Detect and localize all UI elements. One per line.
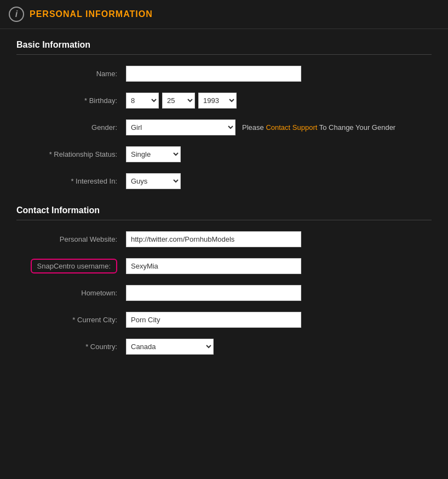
gender-row: Gender: Girl Boy Trans Woman Trans Man N… [16, 119, 432, 135]
birthday-day-select[interactable]: 12345 678910 1112131415 1617181920 21222… [162, 93, 195, 109]
country-select[interactable]: Canada United States United Kingdom Aust… [126, 339, 214, 355]
website-label: Personal Website: [16, 235, 126, 243]
hometown-label: Hometown: [16, 289, 126, 297]
page-title: PERSONAL INFORMATION [30, 9, 153, 19]
hometown-input[interactable] [126, 285, 301, 301]
name-row: Name: [16, 66, 432, 82]
gender-select[interactable]: Girl Boy Trans Woman Trans Man Non-binar… [126, 119, 236, 135]
name-label: Name: [16, 70, 126, 78]
birthday-year-select[interactable]: 1988198919901991 1992199319941995 199619… [198, 93, 237, 109]
snapcentro-row: SnapCentro username: [16, 258, 432, 274]
website-input[interactable] [126, 231, 301, 247]
contact-support-link[interactable]: Contact Support [266, 123, 317, 132]
city-row: * Current City: [16, 312, 432, 328]
snapcentro-label: SnapCentro username: [31, 259, 117, 273]
birthday-label: * Birthday: [16, 96, 126, 105]
gender-label: Gender: [16, 123, 126, 132]
interested-label: * Interested In: [16, 177, 126, 185]
basic-info-section-header: Basic Information [16, 40, 432, 55]
website-row: Personal Website: [16, 231, 432, 247]
relationship-row: * Relationship Status: Single Taken Open… [16, 146, 432, 162]
birthday-row: * Birthday: 1234 5678 9101112 12345 6789… [16, 93, 432, 109]
gender-note: Please Contact Support To Change Your Ge… [242, 123, 395, 132]
country-row: * Country: Canada United States United K… [16, 339, 432, 355]
country-label: * Country: [16, 343, 126, 351]
relationship-select[interactable]: Single Taken Open Complicated [126, 146, 181, 162]
interested-select[interactable]: Guys Girls Both Trans [126, 173, 181, 189]
info-icon: i [9, 7, 24, 22]
birthday-group: 1234 5678 9101112 12345 678910 111213141… [126, 93, 237, 109]
hometown-row: Hometown: [16, 285, 432, 301]
snapcentro-input[interactable] [126, 258, 301, 274]
name-input[interactable] [126, 66, 301, 82]
contact-section: Contact Information Personal Website: Sn… [16, 206, 432, 355]
relationship-label: * Relationship Status: [16, 150, 126, 158]
city-input[interactable] [126, 312, 301, 328]
interested-row: * Interested In: Guys Girls Both Trans [16, 173, 432, 189]
city-label: * Current City: [16, 316, 126, 324]
snapcentro-label-wrapper: SnapCentro username: [16, 259, 126, 273]
main-content: Basic Information Name: * Birthday: 1234… [0, 29, 448, 377]
contact-info-section-header: Contact Information [16, 206, 432, 220]
page-header: i PERSONAL INFORMATION [0, 0, 448, 29]
birthday-month-select[interactable]: 1234 5678 9101112 [126, 93, 159, 109]
